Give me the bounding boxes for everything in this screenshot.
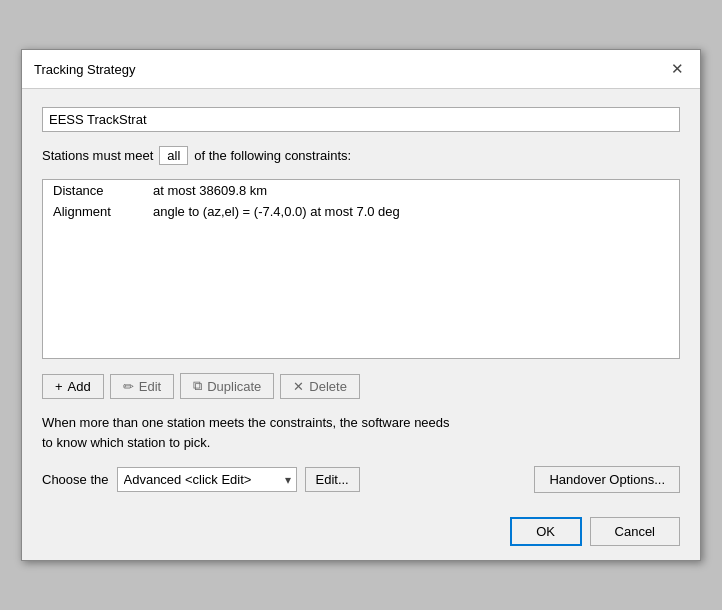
constraint-value: at most 38609.8 km — [143, 180, 679, 201]
description-text: When more than one station meets the con… — [42, 413, 680, 452]
duplicate-icon: ⧉ — [193, 378, 202, 394]
edit-button[interactable]: ✏ Edit — [110, 374, 174, 399]
delete-icon: ✕ — [293, 379, 304, 394]
constraint-value: angle to (az,el) = (-7.4,0.0) at most 7.… — [143, 201, 679, 222]
handover-button[interactable]: Handover Options... — [534, 466, 680, 493]
cancel-button[interactable]: Cancel — [590, 517, 680, 546]
constraints-prefix: Stations must meet — [42, 148, 153, 163]
close-button[interactable]: ✕ — [666, 58, 688, 80]
delete-label: Delete — [309, 379, 347, 394]
dialog-body: Stations must meet all of the following … — [22, 89, 700, 507]
duplicate-label: Duplicate — [207, 379, 261, 394]
dialog-footer: OK Cancel — [22, 507, 700, 560]
choose-row: Choose the Advanced <click Edit> Edit...… — [42, 466, 680, 493]
select-wrapper: Advanced <click Edit> — [117, 467, 297, 492]
strategy-name-input[interactable] — [42, 107, 680, 132]
delete-button[interactable]: ✕ Delete — [280, 374, 360, 399]
edit-icon: ✏ — [123, 379, 134, 394]
add-label: Add — [68, 379, 91, 394]
title-bar: Tracking Strategy ✕ — [22, 50, 700, 89]
description-line1: When more than one station meets the con… — [42, 413, 680, 433]
add-icon: + — [55, 379, 63, 394]
tracking-strategy-dialog: Tracking Strategy ✕ Stations must meet a… — [21, 49, 701, 561]
station-select[interactable]: Advanced <click Edit> — [117, 467, 297, 492]
duplicate-button[interactable]: ⧉ Duplicate — [180, 373, 274, 399]
dialog-title: Tracking Strategy — [34, 62, 135, 77]
action-buttons: + Add ✏ Edit ⧉ Duplicate ✕ Delete — [42, 373, 680, 399]
add-button[interactable]: + Add — [42, 374, 104, 399]
constraint-label: Distance — [43, 180, 143, 201]
constraints-suffix: of the following constraints: — [194, 148, 351, 163]
choose-label: Choose the — [42, 472, 109, 487]
edit-small-button[interactable]: Edit... — [305, 467, 360, 492]
constraint-label: Alignment — [43, 201, 143, 222]
table-row: Distanceat most 38609.8 km — [43, 180, 679, 201]
ok-button[interactable]: OK — [510, 517, 582, 546]
edit-label: Edit — [139, 379, 161, 394]
constraints-header: Stations must meet all of the following … — [42, 146, 680, 165]
description-line2: to know which station to pick. — [42, 433, 680, 453]
table-row: Alignmentangle to (az,el) = (-7.4,0.0) a… — [43, 201, 679, 222]
constraints-table: Distanceat most 38609.8 kmAlignmentangle… — [42, 179, 680, 359]
all-badge: all — [159, 146, 188, 165]
